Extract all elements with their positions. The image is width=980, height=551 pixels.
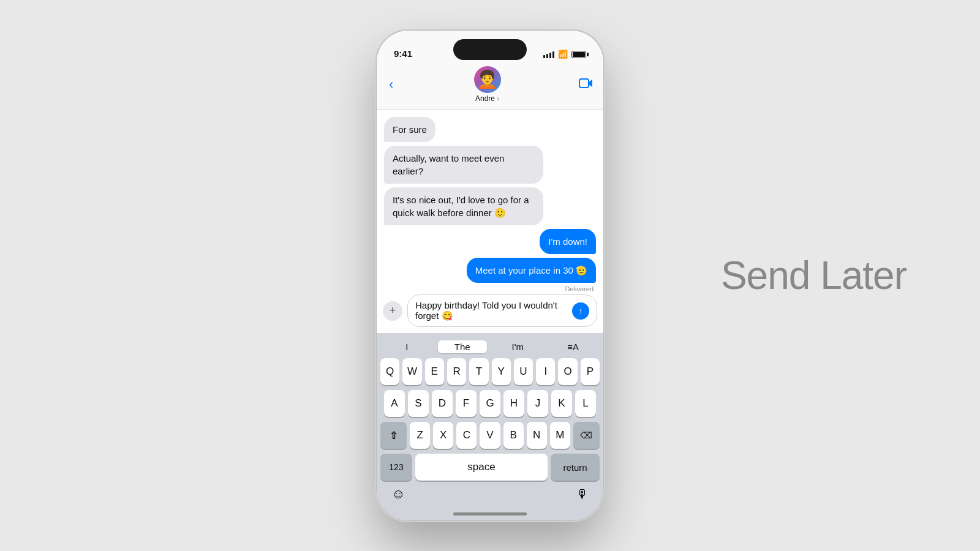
bar3 bbox=[549, 53, 551, 58]
key-j[interactable]: J bbox=[527, 390, 548, 417]
key-c[interactable]: C bbox=[456, 422, 477, 449]
video-call-button[interactable] bbox=[579, 78, 594, 92]
suggestion-the[interactable]: The bbox=[438, 340, 487, 353]
input-row: + Happy birthday! Told you I wouldn't fo… bbox=[377, 291, 603, 333]
key-h[interactable]: H bbox=[503, 390, 524, 417]
send-button[interactable]: ↑ bbox=[572, 302, 589, 320]
shift-icon: ⇧ bbox=[390, 430, 398, 441]
suggestion-im[interactable]: I'm bbox=[493, 340, 542, 353]
battery-icon bbox=[571, 51, 586, 58]
contact-name: Andre bbox=[475, 94, 499, 103]
keys-rows: Q W E R T Y U I O P A S D F G bbox=[379, 358, 601, 481]
suggestions-row: I The I'm ≡A bbox=[379, 338, 601, 358]
suggestion-i[interactable]: I bbox=[382, 340, 431, 353]
message-bubble-4: I'm down! bbox=[540, 229, 596, 254]
key-row-3: ⇧ Z X C V B N M ⌫ bbox=[380, 422, 600, 449]
wifi-icon: 📶 bbox=[558, 50, 568, 59]
key-z[interactable]: Z bbox=[410, 422, 430, 449]
numbers-key[interactable]: 123 bbox=[380, 454, 412, 481]
delivered-label: Delivered bbox=[565, 285, 594, 291]
key-n[interactable]: N bbox=[527, 422, 547, 449]
key-d[interactable]: D bbox=[432, 390, 453, 417]
key-m[interactable]: M bbox=[550, 422, 570, 449]
key-b[interactable]: B bbox=[503, 422, 524, 449]
key-s[interactable]: S bbox=[408, 390, 429, 417]
keyboard: I The I'm ≡A Q W E R T Y U I O P bbox=[377, 333, 603, 510]
key-k[interactable]: K bbox=[551, 390, 572, 417]
input-text: Happy birthday! Told you I wouldn't forg… bbox=[415, 300, 572, 321]
key-g[interactable]: G bbox=[480, 390, 500, 417]
send-arrow-icon: ↑ bbox=[579, 307, 583, 315]
scene: Send Later 9:41 📶 ‹ bbox=[0, 0, 980, 551]
avatar: 🧑‍🦱 bbox=[474, 66, 501, 93]
space-key[interactable]: space bbox=[415, 454, 548, 481]
key-e[interactable]: E bbox=[425, 358, 444, 385]
suggestion-format[interactable]: ≡A bbox=[549, 340, 598, 353]
attachments-button[interactable]: + bbox=[383, 301, 402, 321]
bar4 bbox=[552, 51, 554, 58]
message-bubble-2: Actually, want to meet even earlier? bbox=[384, 146, 543, 184]
message-bubble-5: Meet at your place in 30 🫡 bbox=[467, 258, 596, 283]
key-p[interactable]: P bbox=[581, 358, 600, 385]
key-row-2: A S D F G H J K L bbox=[380, 390, 600, 417]
message-input[interactable]: Happy birthday! Told you I wouldn't forg… bbox=[407, 294, 597, 327]
key-a[interactable]: A bbox=[384, 390, 405, 417]
key-r[interactable]: R bbox=[447, 358, 466, 385]
home-indicator bbox=[453, 512, 527, 515]
send-later-label: Send Later bbox=[721, 253, 907, 298]
message-bubble-3: It's so nice out, I'd love to go for a q… bbox=[384, 187, 543, 225]
contact-info[interactable]: 🧑‍🦱 Andre bbox=[474, 66, 501, 103]
key-i[interactable]: I bbox=[536, 358, 555, 385]
key-u[interactable]: U bbox=[514, 358, 533, 385]
key-q[interactable]: Q bbox=[380, 358, 399, 385]
shift-key[interactable]: ⇧ bbox=[380, 422, 407, 449]
key-f[interactable]: F bbox=[456, 390, 477, 417]
home-indicator-wrapper bbox=[377, 510, 603, 520]
key-o[interactable]: O bbox=[558, 358, 577, 385]
key-w[interactable]: W bbox=[402, 358, 421, 385]
message-bubble-1: For sure bbox=[384, 117, 435, 142]
delete-key[interactable]: ⌫ bbox=[573, 422, 600, 449]
dynamic-island bbox=[453, 39, 527, 60]
back-button[interactable]: ‹ bbox=[386, 74, 396, 95]
key-y[interactable]: Y bbox=[492, 358, 511, 385]
battery-fill bbox=[573, 52, 585, 57]
bar2 bbox=[546, 54, 548, 58]
mic-key[interactable]: 🎙 bbox=[576, 487, 589, 501]
return-key[interactable]: return bbox=[551, 454, 600, 481]
key-row-bottom: 123 space return bbox=[380, 454, 600, 481]
key-t[interactable]: T bbox=[469, 358, 488, 385]
key-v[interactable]: V bbox=[480, 422, 500, 449]
messages-area: For sure Actually, want to meet even ear… bbox=[377, 110, 603, 291]
key-row-1: Q W E R T Y U I O P bbox=[380, 358, 600, 385]
bar1 bbox=[543, 55, 545, 58]
keyboard-bottom-bar: ☺ 🎙 bbox=[379, 481, 601, 508]
avatar-emoji: 🧑‍🦱 bbox=[477, 71, 498, 88]
emoji-key[interactable]: ☺ bbox=[391, 486, 405, 502]
status-time: 9:41 bbox=[394, 48, 412, 59]
signal-bars-icon bbox=[543, 51, 554, 58]
key-x[interactable]: X bbox=[433, 422, 453, 449]
key-l[interactable]: L bbox=[575, 390, 596, 417]
nav-header: ‹ 🧑‍🦱 Andre bbox=[377, 64, 603, 110]
phone-shell: 9:41 📶 ‹ 🧑‍🦱 Andre bbox=[377, 31, 603, 520]
svg-rect-0 bbox=[579, 79, 589, 88]
status-icons: 📶 bbox=[543, 50, 586, 59]
